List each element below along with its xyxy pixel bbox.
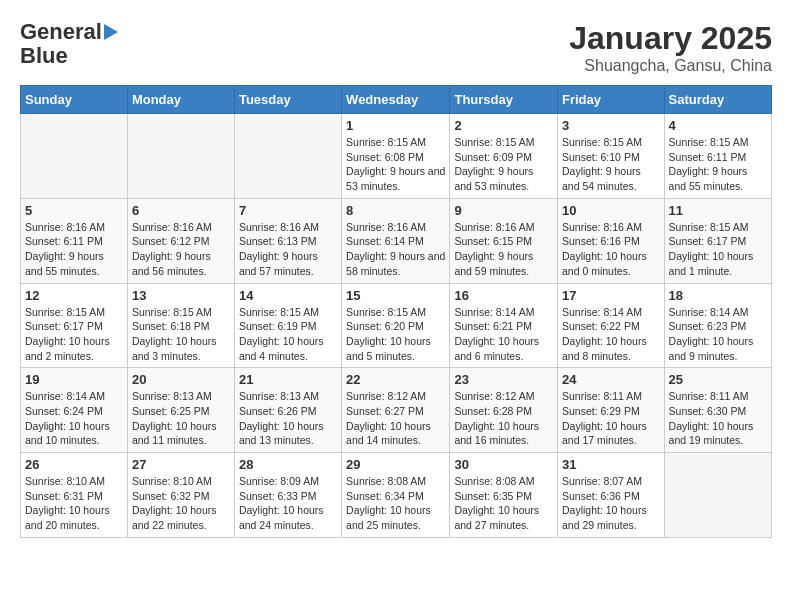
day-info: Sunrise: 8:15 AM Sunset: 6:20 PM Dayligh… [346, 305, 445, 364]
calendar-cell [234, 114, 341, 199]
day-of-week-header: Tuesday [234, 86, 341, 114]
day-of-week-header: Friday [558, 86, 665, 114]
calendar-cell: 7Sunrise: 8:16 AM Sunset: 6:13 PM Daylig… [234, 198, 341, 283]
day-info: Sunrise: 8:12 AM Sunset: 6:27 PM Dayligh… [346, 389, 445, 448]
day-number: 25 [669, 372, 767, 387]
day-number: 6 [132, 203, 230, 218]
calendar-cell: 25Sunrise: 8:11 AM Sunset: 6:30 PM Dayli… [664, 368, 771, 453]
calendar-cell: 2Sunrise: 8:15 AM Sunset: 6:09 PM Daylig… [450, 114, 558, 199]
day-number: 10 [562, 203, 660, 218]
day-number: 2 [454, 118, 553, 133]
day-info: Sunrise: 8:13 AM Sunset: 6:26 PM Dayligh… [239, 389, 337, 448]
calendar-cell: 10Sunrise: 8:16 AM Sunset: 6:16 PM Dayli… [558, 198, 665, 283]
calendar-cell: 29Sunrise: 8:08 AM Sunset: 6:34 PM Dayli… [342, 453, 450, 538]
day-info: Sunrise: 8:14 AM Sunset: 6:23 PM Dayligh… [669, 305, 767, 364]
logo: General Blue [20, 20, 118, 68]
day-number: 23 [454, 372, 553, 387]
day-of-week-header: Sunday [21, 86, 128, 114]
day-info: Sunrise: 8:14 AM Sunset: 6:21 PM Dayligh… [454, 305, 553, 364]
day-of-week-header: Thursday [450, 86, 558, 114]
day-info: Sunrise: 8:11 AM Sunset: 6:29 PM Dayligh… [562, 389, 660, 448]
calendar-cell: 22Sunrise: 8:12 AM Sunset: 6:27 PM Dayli… [342, 368, 450, 453]
calendar-cell: 13Sunrise: 8:15 AM Sunset: 6:18 PM Dayli… [127, 283, 234, 368]
calendar-cell: 31Sunrise: 8:07 AM Sunset: 6:36 PM Dayli… [558, 453, 665, 538]
calendar-week-row: 12Sunrise: 8:15 AM Sunset: 6:17 PM Dayli… [21, 283, 772, 368]
title-block: January 2025 Shuangcha, Gansu, China [569, 20, 772, 75]
calendar-cell: 27Sunrise: 8:10 AM Sunset: 6:32 PM Dayli… [127, 453, 234, 538]
day-info: Sunrise: 8:15 AM Sunset: 6:18 PM Dayligh… [132, 305, 230, 364]
day-number: 3 [562, 118, 660, 133]
calendar-cell: 28Sunrise: 8:09 AM Sunset: 6:33 PM Dayli… [234, 453, 341, 538]
day-of-week-header: Saturday [664, 86, 771, 114]
calendar-cell: 5Sunrise: 8:16 AM Sunset: 6:11 PM Daylig… [21, 198, 128, 283]
calendar-cell: 11Sunrise: 8:15 AM Sunset: 6:17 PM Dayli… [664, 198, 771, 283]
calendar-cell: 18Sunrise: 8:14 AM Sunset: 6:23 PM Dayli… [664, 283, 771, 368]
calendar-cell: 9Sunrise: 8:16 AM Sunset: 6:15 PM Daylig… [450, 198, 558, 283]
calendar-cell: 21Sunrise: 8:13 AM Sunset: 6:26 PM Dayli… [234, 368, 341, 453]
day-number: 19 [25, 372, 123, 387]
day-number: 8 [346, 203, 445, 218]
day-number: 30 [454, 457, 553, 472]
calendar-subtitle: Shuangcha, Gansu, China [569, 57, 772, 75]
calendar-cell: 16Sunrise: 8:14 AM Sunset: 6:21 PM Dayli… [450, 283, 558, 368]
day-info: Sunrise: 8:15 AM Sunset: 6:17 PM Dayligh… [25, 305, 123, 364]
calendar-cell: 14Sunrise: 8:15 AM Sunset: 6:19 PM Dayli… [234, 283, 341, 368]
day-info: Sunrise: 8:10 AM Sunset: 6:31 PM Dayligh… [25, 474, 123, 533]
day-number: 28 [239, 457, 337, 472]
logo-text-general: General [20, 20, 102, 44]
day-number: 16 [454, 288, 553, 303]
day-number: 26 [25, 457, 123, 472]
calendar-cell: 6Sunrise: 8:16 AM Sunset: 6:12 PM Daylig… [127, 198, 234, 283]
day-info: Sunrise: 8:08 AM Sunset: 6:34 PM Dayligh… [346, 474, 445, 533]
calendar-title: January 2025 [569, 20, 772, 57]
calendar-cell: 20Sunrise: 8:13 AM Sunset: 6:25 PM Dayli… [127, 368, 234, 453]
day-info: Sunrise: 8:16 AM Sunset: 6:16 PM Dayligh… [562, 220, 660, 279]
day-info: Sunrise: 8:16 AM Sunset: 6:15 PM Dayligh… [454, 220, 553, 279]
day-number: 12 [25, 288, 123, 303]
day-number: 20 [132, 372, 230, 387]
calendar-week-row: 26Sunrise: 8:10 AM Sunset: 6:31 PM Dayli… [21, 453, 772, 538]
calendar-week-row: 5Sunrise: 8:16 AM Sunset: 6:11 PM Daylig… [21, 198, 772, 283]
calendar-cell [664, 453, 771, 538]
calendar-cell: 15Sunrise: 8:15 AM Sunset: 6:20 PM Dayli… [342, 283, 450, 368]
day-info: Sunrise: 8:15 AM Sunset: 6:17 PM Dayligh… [669, 220, 767, 279]
day-info: Sunrise: 8:16 AM Sunset: 6:12 PM Dayligh… [132, 220, 230, 279]
day-number: 27 [132, 457, 230, 472]
day-number: 21 [239, 372, 337, 387]
day-number: 9 [454, 203, 553, 218]
calendar-cell: 17Sunrise: 8:14 AM Sunset: 6:22 PM Dayli… [558, 283, 665, 368]
day-number: 7 [239, 203, 337, 218]
day-info: Sunrise: 8:15 AM Sunset: 6:08 PM Dayligh… [346, 135, 445, 194]
day-info: Sunrise: 8:15 AM Sunset: 6:10 PM Dayligh… [562, 135, 660, 194]
day-info: Sunrise: 8:15 AM Sunset: 6:09 PM Dayligh… [454, 135, 553, 194]
day-info: Sunrise: 8:13 AM Sunset: 6:25 PM Dayligh… [132, 389, 230, 448]
calendar-cell: 8Sunrise: 8:16 AM Sunset: 6:14 PM Daylig… [342, 198, 450, 283]
day-number: 5 [25, 203, 123, 218]
day-info: Sunrise: 8:16 AM Sunset: 6:14 PM Dayligh… [346, 220, 445, 279]
day-info: Sunrise: 8:08 AM Sunset: 6:35 PM Dayligh… [454, 474, 553, 533]
day-number: 15 [346, 288, 445, 303]
calendar-cell: 19Sunrise: 8:14 AM Sunset: 6:24 PM Dayli… [21, 368, 128, 453]
day-of-week-header: Wednesday [342, 86, 450, 114]
day-number: 4 [669, 118, 767, 133]
calendar-cell: 3Sunrise: 8:15 AM Sunset: 6:10 PM Daylig… [558, 114, 665, 199]
day-info: Sunrise: 8:12 AM Sunset: 6:28 PM Dayligh… [454, 389, 553, 448]
day-number: 13 [132, 288, 230, 303]
day-number: 1 [346, 118, 445, 133]
calendar-cell: 4Sunrise: 8:15 AM Sunset: 6:11 PM Daylig… [664, 114, 771, 199]
calendar-week-row: 1Sunrise: 8:15 AM Sunset: 6:08 PM Daylig… [21, 114, 772, 199]
day-info: Sunrise: 8:07 AM Sunset: 6:36 PM Dayligh… [562, 474, 660, 533]
day-info: Sunrise: 8:15 AM Sunset: 6:19 PM Dayligh… [239, 305, 337, 364]
calendar-header-row: SundayMondayTuesdayWednesdayThursdayFrid… [21, 86, 772, 114]
page-header: General Blue January 2025 Shuangcha, Gan… [20, 20, 772, 75]
calendar-cell: 30Sunrise: 8:08 AM Sunset: 6:35 PM Dayli… [450, 453, 558, 538]
day-number: 11 [669, 203, 767, 218]
day-number: 14 [239, 288, 337, 303]
calendar-week-row: 19Sunrise: 8:14 AM Sunset: 6:24 PM Dayli… [21, 368, 772, 453]
day-info: Sunrise: 8:14 AM Sunset: 6:22 PM Dayligh… [562, 305, 660, 364]
logo-text-blue: Blue [20, 44, 68, 68]
logo-arrow-icon [104, 24, 118, 40]
day-of-week-header: Monday [127, 86, 234, 114]
day-info: Sunrise: 8:15 AM Sunset: 6:11 PM Dayligh… [669, 135, 767, 194]
day-number: 18 [669, 288, 767, 303]
